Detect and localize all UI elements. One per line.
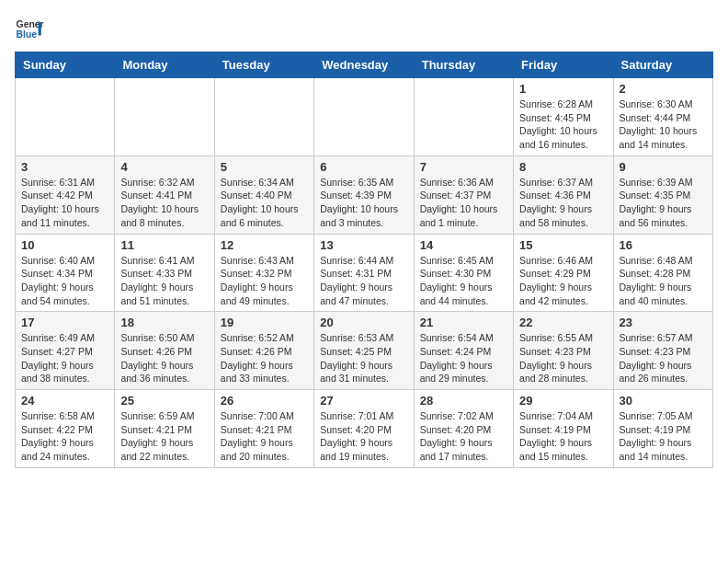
day-info: Sunrise: 6:43 AM Sunset: 4:32 PM Dayligh… <box>221 254 308 308</box>
day-number: 15 <box>519 238 607 252</box>
calendar-day-cell: 4Sunrise: 6:32 AM Sunset: 4:41 PM Daylig… <box>115 155 214 234</box>
day-info: Sunrise: 7:05 AM Sunset: 4:19 PM Dayligh… <box>620 409 707 464</box>
calendar-table: SundayMondayTuesdayWednesdayThursdayFrid… <box>15 52 713 468</box>
logo: General Blue <box>15 15 44 44</box>
day-number: 14 <box>420 238 507 252</box>
day-number: 21 <box>420 316 507 329</box>
calendar-day-cell <box>414 78 513 156</box>
day-info: Sunrise: 6:55 AM Sunset: 4:23 PM Dayligh… <box>519 331 607 385</box>
day-info: Sunrise: 6:32 AM Sunset: 4:41 PM Dayligh… <box>120 176 208 230</box>
day-number: 8 <box>519 160 607 174</box>
day-number: 7 <box>420 160 507 174</box>
day-info: Sunrise: 6:50 AM Sunset: 4:26 PM Dayligh… <box>120 331 208 385</box>
day-number: 19 <box>221 316 308 329</box>
calendar-day-cell: 22Sunrise: 6:55 AM Sunset: 4:23 PM Dayli… <box>514 312 613 390</box>
calendar-week-row: 3Sunrise: 6:31 AM Sunset: 4:42 PM Daylig… <box>16 155 713 234</box>
calendar-day-cell: 21Sunrise: 6:54 AM Sunset: 4:24 PM Dayli… <box>414 312 513 390</box>
calendar-day-cell: 26Sunrise: 7:00 AM Sunset: 4:21 PM Dayli… <box>214 390 313 468</box>
day-number: 9 <box>620 160 707 174</box>
day-info: Sunrise: 6:28 AM Sunset: 4:45 PM Dayligh… <box>519 98 607 152</box>
day-number: 13 <box>320 238 407 252</box>
day-number: 3 <box>21 160 108 174</box>
day-number: 12 <box>221 238 308 252</box>
day-number: 6 <box>320 160 407 174</box>
weekday-header-cell: Thursday <box>414 52 513 78</box>
day-info: Sunrise: 6:48 AM Sunset: 4:28 PM Dayligh… <box>620 254 707 308</box>
calendar-day-cell: 24Sunrise: 6:58 AM Sunset: 4:22 PM Dayli… <box>16 390 115 468</box>
calendar-day-cell: 1Sunrise: 6:28 AM Sunset: 4:45 PM Daylig… <box>514 78 613 156</box>
day-number: 2 <box>620 82 707 96</box>
calendar-day-cell: 11Sunrise: 6:41 AM Sunset: 4:33 PM Dayli… <box>115 234 214 312</box>
calendar-day-cell: 27Sunrise: 7:01 AM Sunset: 4:20 PM Dayli… <box>314 390 414 468</box>
calendar-day-cell: 8Sunrise: 6:37 AM Sunset: 4:36 PM Daylig… <box>514 155 613 234</box>
calendar-day-cell <box>214 78 313 156</box>
calendar-week-row: 1Sunrise: 6:28 AM Sunset: 4:45 PM Daylig… <box>16 78 713 156</box>
calendar-day-cell: 23Sunrise: 6:57 AM Sunset: 4:23 PM Dayli… <box>613 312 712 390</box>
day-number: 20 <box>320 316 407 329</box>
day-info: Sunrise: 6:37 AM Sunset: 4:36 PM Dayligh… <box>519 176 607 230</box>
day-number: 30 <box>620 394 707 408</box>
calendar-day-cell: 13Sunrise: 6:44 AM Sunset: 4:31 PM Dayli… <box>314 234 414 312</box>
calendar-day-cell: 14Sunrise: 6:45 AM Sunset: 4:30 PM Dayli… <box>414 234 513 312</box>
day-number: 26 <box>221 394 308 408</box>
calendar-day-cell: 9Sunrise: 6:39 AM Sunset: 4:35 PM Daylig… <box>613 155 712 234</box>
calendar-week-row: 10Sunrise: 6:40 AM Sunset: 4:34 PM Dayli… <box>16 234 713 312</box>
calendar-day-cell: 12Sunrise: 6:43 AM Sunset: 4:32 PM Dayli… <box>214 234 313 312</box>
day-info: Sunrise: 6:57 AM Sunset: 4:23 PM Dayligh… <box>620 331 707 385</box>
day-number: 10 <box>21 238 108 252</box>
day-info: Sunrise: 6:46 AM Sunset: 4:29 PM Dayligh… <box>519 254 607 308</box>
calendar-day-cell: 17Sunrise: 6:49 AM Sunset: 4:27 PM Dayli… <box>16 312 115 390</box>
svg-text:Blue: Blue <box>17 29 38 40</box>
day-info: Sunrise: 6:49 AM Sunset: 4:27 PM Dayligh… <box>21 331 108 385</box>
weekday-header-cell: Friday <box>514 52 613 78</box>
calendar-day-cell: 28Sunrise: 7:02 AM Sunset: 4:20 PM Dayli… <box>414 390 513 468</box>
day-info: Sunrise: 6:58 AM Sunset: 4:22 PM Dayligh… <box>21 409 108 464</box>
weekday-header-cell: Saturday <box>613 52 712 78</box>
day-info: Sunrise: 6:41 AM Sunset: 4:33 PM Dayligh… <box>120 254 208 308</box>
day-number: 17 <box>21 316 108 329</box>
calendar-day-cell <box>115 78 214 156</box>
day-info: Sunrise: 6:31 AM Sunset: 4:42 PM Dayligh… <box>21 176 108 230</box>
day-number: 4 <box>120 160 208 174</box>
day-number: 28 <box>420 394 507 408</box>
day-info: Sunrise: 6:45 AM Sunset: 4:30 PM Dayligh… <box>420 254 507 308</box>
day-info: Sunrise: 6:59 AM Sunset: 4:21 PM Dayligh… <box>120 409 208 464</box>
calendar-week-row: 17Sunrise: 6:49 AM Sunset: 4:27 PM Dayli… <box>16 312 713 390</box>
day-number: 29 <box>519 394 607 408</box>
weekday-header-cell: Monday <box>115 52 214 78</box>
calendar-day-cell: 16Sunrise: 6:48 AM Sunset: 4:28 PM Dayli… <box>613 234 712 312</box>
day-info: Sunrise: 6:54 AM Sunset: 4:24 PM Dayligh… <box>420 331 507 385</box>
day-number: 18 <box>120 316 208 329</box>
day-number: 25 <box>120 394 208 408</box>
weekday-header-row: SundayMondayTuesdayWednesdayThursdayFrid… <box>16 52 713 78</box>
calendar-day-cell: 29Sunrise: 7:04 AM Sunset: 4:19 PM Dayli… <box>514 390 613 468</box>
calendar-day-cell: 2Sunrise: 6:30 AM Sunset: 4:44 PM Daylig… <box>613 78 712 156</box>
calendar-day-cell: 3Sunrise: 6:31 AM Sunset: 4:42 PM Daylig… <box>16 155 115 234</box>
day-info: Sunrise: 6:36 AM Sunset: 4:37 PM Dayligh… <box>420 176 507 230</box>
day-number: 27 <box>320 394 407 408</box>
logo-icon: General Blue <box>15 15 44 44</box>
calendar-day-cell: 25Sunrise: 6:59 AM Sunset: 4:21 PM Dayli… <box>115 390 214 468</box>
calendar-week-row: 24Sunrise: 6:58 AM Sunset: 4:22 PM Dayli… <box>16 390 713 468</box>
day-info: Sunrise: 6:44 AM Sunset: 4:31 PM Dayligh… <box>320 254 407 308</box>
day-info: Sunrise: 6:30 AM Sunset: 4:44 PM Dayligh… <box>620 98 707 152</box>
calendar-day-cell <box>314 78 414 156</box>
day-info: Sunrise: 7:02 AM Sunset: 4:20 PM Dayligh… <box>420 409 507 464</box>
calendar-day-cell: 30Sunrise: 7:05 AM Sunset: 4:19 PM Dayli… <box>613 390 712 468</box>
day-info: Sunrise: 6:52 AM Sunset: 4:26 PM Dayligh… <box>221 331 308 385</box>
calendar-day-cell: 5Sunrise: 6:34 AM Sunset: 4:40 PM Daylig… <box>214 155 313 234</box>
calendar-day-cell: 10Sunrise: 6:40 AM Sunset: 4:34 PM Dayli… <box>16 234 115 312</box>
day-number: 24 <box>21 394 108 408</box>
day-info: Sunrise: 7:04 AM Sunset: 4:19 PM Dayligh… <box>519 409 607 464</box>
day-number: 23 <box>620 316 707 329</box>
calendar-day-cell: 7Sunrise: 6:36 AM Sunset: 4:37 PM Daylig… <box>414 155 513 234</box>
day-info: Sunrise: 6:53 AM Sunset: 4:25 PM Dayligh… <box>320 331 407 385</box>
day-info: Sunrise: 6:40 AM Sunset: 4:34 PM Dayligh… <box>21 254 108 308</box>
header: General Blue <box>15 15 713 44</box>
weekday-header-cell: Tuesday <box>214 52 313 78</box>
day-number: 11 <box>120 238 208 252</box>
day-info: Sunrise: 6:39 AM Sunset: 4:35 PM Dayligh… <box>620 176 707 230</box>
calendar-day-cell <box>16 78 115 156</box>
day-number: 16 <box>620 238 707 252</box>
calendar-day-cell: 18Sunrise: 6:50 AM Sunset: 4:26 PM Dayli… <box>115 312 214 390</box>
